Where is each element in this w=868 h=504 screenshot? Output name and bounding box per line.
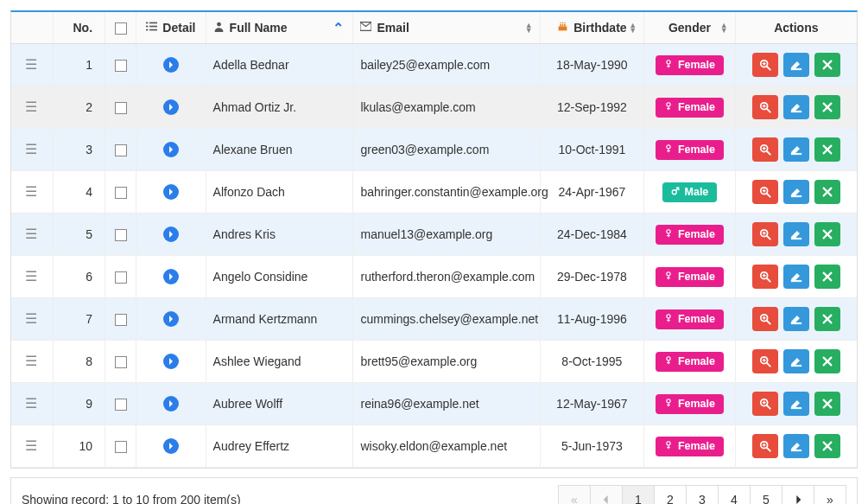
- delete-button[interactable]: [814, 307, 840, 331]
- svg-rect-5: [149, 29, 157, 31]
- delete-button[interactable]: [814, 180, 840, 204]
- delete-button[interactable]: [814, 222, 840, 246]
- svg-rect-3: [149, 26, 157, 28]
- expand-detail-button[interactable]: [163, 142, 179, 157]
- edit-button[interactable]: [783, 180, 809, 204]
- delete-button[interactable]: [814, 434, 840, 458]
- row-number: 8: [53, 341, 105, 383]
- expand-detail-button[interactable]: [163, 184, 179, 200]
- view-button[interactable]: [752, 95, 778, 119]
- expand-detail-button[interactable]: [163, 269, 179, 284]
- view-button[interactable]: [752, 53, 778, 77]
- cell-email: green03@example.com: [353, 129, 540, 171]
- drag-handle-icon[interactable]: ☰: [25, 99, 38, 114]
- delete-button[interactable]: [814, 392, 840, 416]
- edit-button[interactable]: [783, 307, 809, 331]
- gender-label: Female: [678, 271, 715, 283]
- table-row: ☰10Audrey Effertzwisoky.eldon@example.ne…: [11, 425, 857, 468]
- delete-button[interactable]: [814, 265, 840, 289]
- view-button[interactable]: [752, 307, 778, 331]
- drag-handle-icon[interactable]: ☰: [25, 438, 38, 453]
- row-checkbox[interactable]: [115, 187, 127, 199]
- svg-rect-8: [560, 24, 561, 26]
- view-button[interactable]: [752, 434, 778, 458]
- drag-handle-icon[interactable]: ☰: [25, 184, 38, 199]
- cell-birthdate: 8-Oct-1995: [540, 341, 644, 383]
- expand-detail-button[interactable]: [163, 226, 179, 242]
- header-drag: [11, 12, 53, 44]
- header-email[interactable]: Email ▲▼: [353, 12, 540, 44]
- edit-button[interactable]: [783, 95, 809, 119]
- row-checkbox[interactable]: [115, 60, 127, 72]
- edit-button[interactable]: [783, 392, 809, 416]
- header-birthdate[interactable]: Birthdate ▲▼: [540, 12, 644, 44]
- cell-birthdate: 10-Oct-1991: [540, 129, 644, 171]
- page-number-button[interactable]: 5: [750, 485, 782, 504]
- drag-handle-icon[interactable]: ☰: [25, 311, 38, 326]
- svg-point-73: [667, 315, 670, 318]
- edit-button[interactable]: [783, 222, 809, 246]
- svg-point-24: [667, 103, 670, 106]
- page-number-button[interactable]: 3: [686, 485, 719, 504]
- view-button[interactable]: [752, 180, 778, 204]
- delete-button[interactable]: [814, 349, 840, 373]
- view-button[interactable]: [752, 265, 778, 289]
- edit-button[interactable]: [783, 349, 809, 373]
- svg-rect-50: [791, 196, 801, 197]
- drag-handle-icon[interactable]: ☰: [25, 354, 38, 368]
- svg-point-53: [667, 230, 670, 233]
- edit-button[interactable]: [783, 434, 809, 458]
- view-button[interactable]: [752, 137, 778, 162]
- delete-button[interactable]: [814, 53, 840, 77]
- page-number-button[interactable]: 4: [718, 485, 751, 504]
- row-checkbox[interactable]: [115, 102, 127, 114]
- svg-point-83: [667, 357, 670, 360]
- row-checkbox[interactable]: [115, 229, 127, 241]
- expand-detail-button[interactable]: [163, 57, 179, 73]
- row-checkbox[interactable]: [115, 144, 127, 156]
- edit-button[interactable]: [783, 53, 809, 77]
- row-checkbox[interactable]: [115, 399, 127, 411]
- expand-detail-button[interactable]: [163, 311, 179, 327]
- page-last-button[interactable]: »: [814, 485, 846, 504]
- page-first-button[interactable]: «: [558, 485, 591, 504]
- drag-handle-icon[interactable]: ☰: [25, 396, 38, 411]
- view-button[interactable]: [752, 392, 778, 416]
- header-full-name[interactable]: Full Name ⌃: [206, 12, 353, 44]
- row-checkbox[interactable]: [115, 441, 127, 453]
- header-gender[interactable]: Gender ▲▼: [644, 12, 736, 44]
- view-button[interactable]: [752, 222, 778, 246]
- drag-handle-icon[interactable]: ☰: [25, 269, 38, 284]
- svg-point-13: [564, 22, 566, 24]
- page-number-button[interactable]: 2: [654, 485, 687, 504]
- checkbox-all[interactable]: [115, 22, 127, 35]
- page-next-button[interactable]: [782, 485, 814, 504]
- drag-handle-icon[interactable]: ☰: [25, 142, 38, 156]
- delete-button[interactable]: [814, 137, 840, 162]
- expand-detail-button[interactable]: [163, 354, 179, 369]
- gender-badge: Female: [656, 267, 724, 287]
- drag-handle-icon[interactable]: ☰: [25, 57, 38, 72]
- header-check-all[interactable]: [105, 12, 136, 44]
- row-checkbox[interactable]: [115, 356, 127, 368]
- expand-detail-button[interactable]: [163, 99, 179, 115]
- delete-button[interactable]: [814, 95, 840, 119]
- svg-rect-9: [562, 24, 564, 26]
- row-checkbox[interactable]: [115, 314, 127, 326]
- table-row: ☰4Alfonzo Dachbahringer.constantin@examp…: [11, 171, 857, 214]
- edit-button[interactable]: [783, 265, 809, 289]
- view-button[interactable]: [752, 349, 778, 373]
- expand-detail-button[interactable]: [163, 396, 179, 411]
- table-row: ☰2Ahmad Ortiz Jr.lkulas@example.com12-Se…: [11, 86, 857, 129]
- female-icon: [664, 271, 673, 283]
- header-no[interactable]: No.: [53, 12, 105, 44]
- cell-full-name: Angelo Considine: [206, 256, 353, 298]
- expand-detail-button[interactable]: [163, 438, 179, 454]
- edit-button[interactable]: [783, 137, 809, 162]
- page-prev-button[interactable]: [590, 485, 623, 504]
- gender-label: Female: [678, 144, 715, 156]
- drag-handle-icon[interactable]: ☰: [25, 226, 38, 241]
- page-number-button[interactable]: 1: [622, 485, 655, 504]
- row-checkbox[interactable]: [115, 271, 127, 284]
- svg-rect-0: [146, 22, 148, 24]
